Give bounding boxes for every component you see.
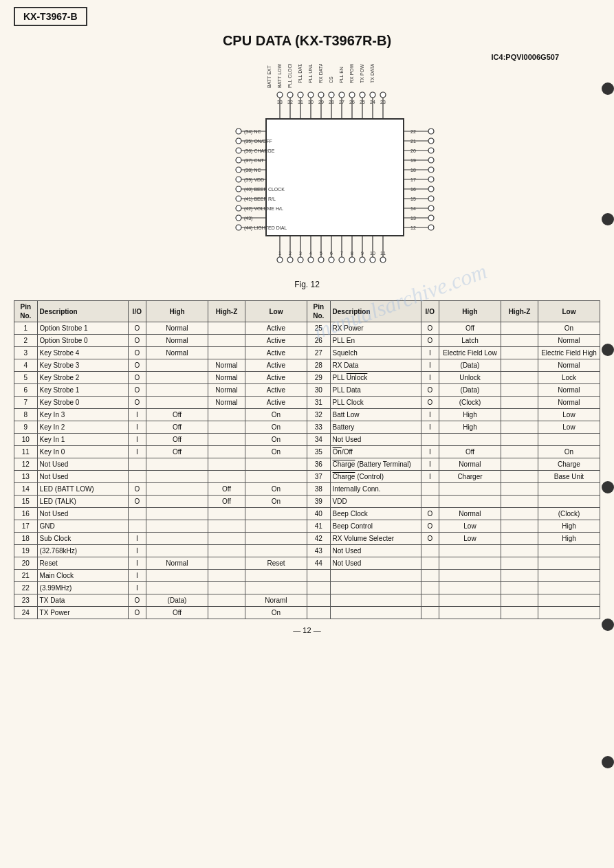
table-cell [501, 322, 538, 335]
svg-text:(43): (43) [244, 216, 252, 221]
table-cell: Key Strobe 4 [37, 347, 128, 359]
table-cell [501, 496, 538, 508]
table-cell: Key In 1 [37, 434, 128, 446]
table-cell: Charge (Battery Terminal) [330, 458, 421, 471]
table-cell [501, 359, 538, 372]
table-cell: 34 [307, 434, 330, 446]
svg-text:(42) VOLUME H/L: (42) VOLUME H/L [244, 206, 283, 212]
table-row: 6Key Strobe 1ONormalActive30PLL DataO(Da… [14, 384, 600, 397]
svg-text:(34) NC: (34) NC [244, 129, 261, 135]
table-cell: I [128, 533, 146, 545]
svg-point-51 [308, 257, 314, 263]
svg-point-19 [349, 92, 355, 98]
table-cell: O [128, 496, 146, 508]
table-row: 19(32.768kHz)I43Not Used [14, 545, 600, 557]
table-cell [501, 545, 538, 557]
table-cell: 23 [14, 594, 38, 607]
table-cell: Off [146, 446, 208, 458]
table-cell: PLL Clock [330, 397, 421, 409]
table-cell: Charge (Control) [330, 471, 421, 483]
table-row: 17GND41Beep ControlOLowHigh [14, 520, 600, 533]
table-cell [146, 483, 208, 496]
table-cell: Main Clock [37, 570, 128, 582]
table-cell [128, 458, 146, 471]
right-dot-2 [602, 213, 614, 225]
table-cell: O [128, 372, 146, 384]
table-cell: 20 [14, 557, 38, 570]
table-cell [208, 458, 245, 471]
table-cell: O [128, 335, 146, 347]
svg-text:18: 18 [410, 168, 416, 173]
table-cell [146, 471, 208, 483]
svg-text:23: 23 [380, 100, 386, 104]
table-cell: Active [245, 397, 307, 409]
table-row: 3Key Strobe 4ONormalActive27SquelchIElec… [14, 347, 600, 359]
svg-point-121 [428, 196, 434, 201]
table-cell: (Data) [439, 359, 501, 372]
table-cell [146, 520, 208, 533]
pin-table: PinNo. Description I/O High High-Z Low P… [14, 300, 600, 619]
table-cell: Not Used [330, 434, 421, 446]
table-cell: Latch [439, 335, 501, 347]
table-cell [208, 446, 245, 458]
table-cell [208, 434, 245, 446]
svg-text:33: 33 [277, 100, 283, 104]
svg-text:PLL UNLOCK: PLL UNLOCK [308, 64, 313, 83]
svg-text:13: 13 [410, 216, 416, 221]
svg-text:3: 3 [299, 251, 302, 256]
table-cell [439, 557, 501, 570]
svg-text:28: 28 [329, 100, 334, 104]
table-cell: Normal [208, 397, 245, 409]
table-cell: (Data) [146, 594, 208, 607]
diagram-area: 33 32 31 30 29 28 27 26 25 24 23 BATT EX… [14, 64, 600, 277]
table-cell [208, 545, 245, 557]
table-cell: 25 [307, 322, 330, 335]
table-cell [501, 533, 538, 545]
table-cell: Key Strobe 1 [37, 384, 128, 397]
table-cell: I [128, 570, 146, 582]
table-cell: Low [439, 520, 501, 533]
table-cell [439, 434, 501, 446]
svg-point-89 [236, 205, 241, 211]
table-cell [421, 570, 439, 582]
svg-point-13 [287, 92, 293, 98]
col-header-pin2: PinNo. [307, 301, 330, 322]
table-cell [538, 483, 600, 496]
table-cell: High [439, 421, 501, 434]
table-cell: 44 [307, 557, 330, 570]
table-cell [208, 471, 245, 483]
table-cell: O [128, 607, 146, 619]
table-cell: O [128, 322, 146, 335]
svg-text:PLL CLOCK: PLL CLOCK [287, 64, 292, 88]
svg-text:BATT LOW: BATT LOW [277, 64, 282, 88]
table-cell: 17 [14, 520, 38, 533]
svg-point-86 [236, 177, 241, 182]
table-cell: 11 [14, 446, 38, 458]
table-cell [146, 372, 208, 384]
table-cell: I [128, 421, 146, 434]
svg-text:BATT EXT: BATT EXT [267, 65, 272, 88]
table-cell: 10 [14, 434, 38, 446]
table-cell: PLL En [330, 335, 421, 347]
table-row: 18Sub ClockI42RX Volume SelecterOLowHigh [14, 533, 600, 545]
col-header-low1: Low [245, 301, 307, 322]
table-cell [146, 384, 208, 397]
table-cell: On [245, 496, 307, 508]
table-cell: 37 [307, 471, 330, 483]
table-cell [208, 335, 245, 347]
table-cell: Normal [146, 557, 208, 570]
table-cell: O [421, 322, 439, 335]
svg-text:RX DATA: RX DATA [318, 64, 323, 83]
svg-point-84 [236, 157, 241, 163]
table-cell [501, 557, 538, 570]
right-dot-6 [602, 756, 614, 768]
table-cell: Off [439, 322, 501, 335]
table-cell: On [245, 434, 307, 446]
svg-point-87 [236, 186, 241, 192]
svg-point-48 [277, 257, 283, 263]
table-cell: I [421, 347, 439, 359]
svg-point-50 [298, 257, 303, 263]
table-cell: Battery [330, 421, 421, 434]
table-cell [538, 594, 600, 607]
svg-text:(44) LIGHTED DIAL: (44) LIGHTED DIAL [244, 225, 287, 231]
